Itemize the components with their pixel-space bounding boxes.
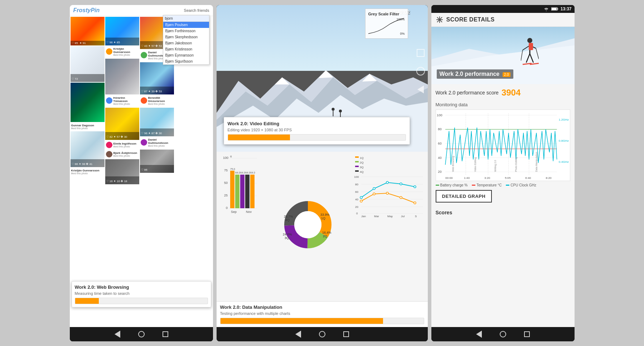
search-result-6[interactable]: Bjørn Eynnarsson (163, 52, 209, 58)
legend-battery: Battery charge % (436, 183, 468, 187)
scores-section-label: Scores (436, 210, 570, 215)
phone1-screen: FrostyPin Search friends bjorn Bjørn Pou… (70, 5, 213, 327)
phone3-screen: SCORE DETAILS (431, 13, 575, 327)
square-button[interactable] (417, 49, 425, 57)
svg-point-79 (400, 196, 402, 199)
cpu-legend-label: CPU Clock GHz (510, 183, 536, 187)
search-result-5[interactable]: Bjørn Kristinsson (163, 46, 209, 52)
svg-text:0: 0 (226, 206, 228, 210)
bar-chart-area: 100 75 50 25 0 6 (219, 155, 262, 298)
detailed-graph-button[interactable]: DETAILED GRAPH (436, 190, 492, 203)
phone3-nav-bar (431, 327, 575, 341)
svg-text:60: 60 (438, 142, 441, 145)
search-result-2[interactable]: Bjørn Forthinnsson (163, 28, 209, 34)
battery-legend-label: Battery charge % (440, 183, 468, 187)
filter-chart: 100% 0% (368, 18, 405, 35)
phone2-nav-bar (217, 327, 428, 341)
legend-cpu: CPU Clock GHz (506, 183, 536, 187)
svg-text:100: 100 (437, 113, 442, 117)
filter-100-label: 100% (396, 18, 405, 21)
search-input-value[interactable]: bjorn (163, 15, 209, 22)
svg-text:1.2GHz: 1.2GHz (558, 118, 568, 121)
svg-text:0: 0 (356, 212, 358, 215)
svg-text:Data Manipulation: Data Manipulation (535, 152, 538, 172)
filter-0-label: 0% (400, 32, 405, 35)
video-editing-title: Work 2.0: Video Editing (228, 121, 406, 126)
svg-text:24.0%: 24.0% (283, 233, 292, 236)
home-button[interactable] (319, 331, 325, 337)
svg-text:0.4GHz: 0.4GHz (558, 160, 568, 164)
recent-button[interactable] (524, 331, 530, 337)
back-button[interactable] (115, 331, 120, 338)
score-details-title: SCORE DETAILS (446, 16, 495, 23)
svg-point-8 (339, 109, 342, 112)
user-card: Eimfa Ingólfsson liked this photo (105, 141, 139, 149)
svg-text:3Q: 3Q (285, 236, 289, 240)
svg-text:1Q: 1Q (321, 216, 325, 220)
legend-temp: Temperature °C (472, 183, 502, 187)
svg-text:4Q: 4Q (360, 170, 364, 174)
snowflake-icon (436, 16, 444, 24)
svg-rect-87 (552, 8, 557, 10)
score-label: Work 2.0 performance score (436, 90, 499, 96)
home-button[interactable] (500, 331, 506, 337)
search-result-3[interactable]: Bjørn Skerphedsson (163, 34, 209, 40)
triangle-button[interactable] (417, 86, 424, 93)
svg-text:64.0: 64.0 (235, 171, 240, 174)
recent-button[interactable] (163, 331, 168, 337)
svg-text:Jul: Jul (401, 215, 405, 218)
home-button[interactable] (138, 331, 145, 337)
svg-text:25.7%: 25.7% (284, 215, 293, 218)
svg-text:100: 100 (354, 175, 359, 179)
back-button[interactable] (476, 331, 482, 338)
svg-text:6: 6 (230, 155, 232, 158)
user-card: Daníel Guðmundsson liked this photo (140, 137, 174, 149)
search-result-4[interactable]: Bjørn Jakobsson (163, 40, 209, 46)
hero-image: Work 2.0 performance 2.0 (431, 27, 575, 84)
search-result-1[interactable]: Bjørn Poulsen (163, 22, 209, 28)
search-container: Search friends (184, 8, 209, 13)
status-time: 13:37 (561, 6, 572, 11)
circle-button[interactable] (416, 67, 425, 75)
svg-point-80 (414, 202, 416, 204)
progress-fill (75, 298, 99, 304)
video-editing-dialog: Work 2.0: Video Editing Editing video 19… (224, 117, 410, 145)
filter-title: Grey Scale Filter (368, 12, 405, 16)
svg-text:3Q: 3Q (360, 166, 364, 169)
svg-rect-24 (235, 175, 239, 208)
recent-button[interactable] (343, 331, 349, 337)
user-card: Bjark Ásbjörnson liked this photo (105, 150, 139, 159)
svg-rect-48 (355, 161, 359, 162)
svg-point-76 (360, 200, 362, 202)
svg-text:20: 20 (355, 205, 358, 209)
svg-text:25: 25 (224, 194, 228, 197)
search-label: Search friends (184, 8, 209, 13)
svg-text:May: May (387, 215, 393, 218)
svg-text:5:05: 5:05 (505, 176, 511, 180)
overlay-title: Work 2.0: Web Browsing (75, 284, 208, 290)
svg-rect-46 (355, 156, 359, 158)
svg-rect-52 (355, 170, 359, 172)
data-manip-title: Work 2.0: Data Manipulation (220, 304, 424, 310)
svg-line-102 (530, 54, 533, 63)
status-bar: 13:37 (431, 5, 575, 13)
svg-line-100 (536, 48, 539, 59)
svg-text:100: 100 (223, 156, 228, 160)
svg-point-73 (386, 181, 388, 184)
back-button[interactable] (295, 331, 301, 338)
photo-item: ♡ 86 ✦ 98 ✤ 41 (71, 131, 105, 167)
app-logo: FrostyPin (73, 7, 100, 14)
svg-text:Sep: Sep (231, 210, 237, 214)
photo-item: ♡ 96 ✦ 85 (105, 17, 139, 45)
svg-text:Mar: Mar (374, 215, 379, 218)
video-progress-bar (228, 134, 406, 141)
svg-point-6 (331, 108, 334, 111)
data-manip-subtitle: Testing performance with multiple charts (220, 311, 424, 316)
data-manip-fill (221, 318, 383, 324)
search-result-7[interactable]: Bjørn Sigurðsson (163, 58, 209, 64)
charts-main-area: 100 75 50 25 0 6 (217, 152, 428, 301)
svg-rect-30 (250, 175, 255, 208)
svg-text:2Q: 2Q (360, 161, 364, 164)
user-card: Þórarinn Tómasson liked this photo (105, 95, 139, 107)
video-section: 01:67/10:02 Grey Scale Filter 100% 0% (217, 5, 428, 152)
